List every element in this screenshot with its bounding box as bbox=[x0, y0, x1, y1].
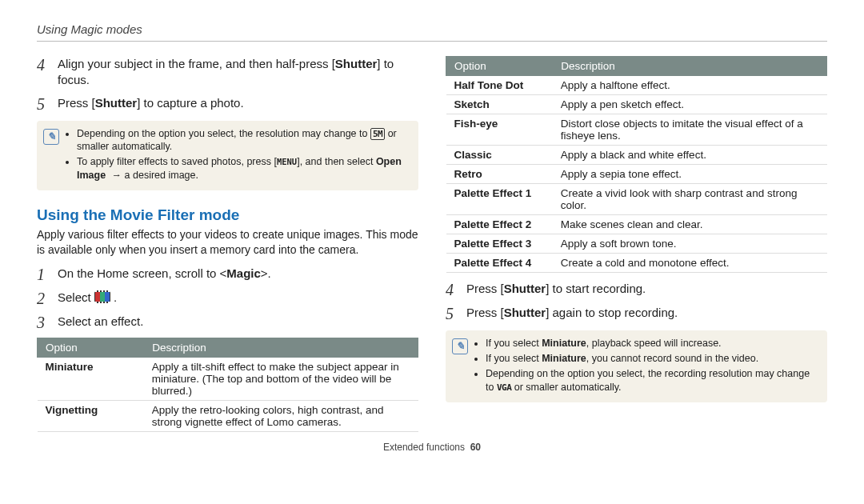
desc-cell: Create a cold and monotone effect. bbox=[553, 254, 827, 273]
page-header: Using Magic modes bbox=[37, 22, 827, 42]
table-row: Half Tone DotApply a halftone effect. bbox=[446, 76, 827, 95]
note-item: If you select Miniature, playback speed … bbox=[486, 337, 819, 350]
text: On the Home screen, scroll to < bbox=[58, 266, 226, 280]
text: If you select bbox=[486, 338, 542, 349]
desc-cell: Apply a soft brown tone. bbox=[553, 234, 827, 254]
table-header-description: Description bbox=[553, 57, 827, 76]
table-row: Palette Effect 2Make scenes clean and cl… bbox=[446, 215, 827, 234]
table-header-row: Option Description bbox=[38, 338, 418, 357]
desc-cell: Apply a pen sketch effect. bbox=[553, 95, 827, 114]
option-cell: Vignetting bbox=[38, 400, 144, 431]
step-text: Press [Shutter] to capture a photo. bbox=[58, 95, 418, 113]
table-row: SketchApply a pen sketch effect. bbox=[446, 95, 827, 114]
step-2: 2 Select . bbox=[37, 290, 418, 307]
step-number: 2 bbox=[37, 290, 50, 307]
step-4: 4 Align your subject in the frame, and t… bbox=[37, 56, 418, 89]
note-list: If you select Miniature, playback speed … bbox=[474, 337, 819, 396]
text: ] to capture a photo. bbox=[137, 96, 243, 110]
desc-cell: Apply a tilt-shift effect to make the su… bbox=[144, 357, 418, 400]
resolution-vga-icon: VGA bbox=[497, 382, 511, 393]
note-item: Depending on the option you select, the … bbox=[486, 367, 819, 394]
footer-section: Extended functions bbox=[383, 442, 465, 453]
note-item: To apply filter effects to saved photos,… bbox=[77, 155, 410, 182]
table-row: Palette Effect 4Create a cold and monoto… bbox=[446, 254, 827, 273]
text: Select bbox=[58, 290, 94, 304]
step-number: 4 bbox=[446, 281, 458, 298]
content-columns: 4 Align your subject in the frame, and t… bbox=[37, 56, 827, 432]
option-cell: Retro bbox=[446, 165, 553, 184]
right-column: Option Description Half Tone DotApply a … bbox=[446, 56, 827, 432]
note-icon: ✎ bbox=[43, 129, 59, 145]
section-title: Using the Movie Filter mode bbox=[37, 206, 418, 224]
text: If you select bbox=[486, 353, 542, 364]
step-4: 4 Press [Shutter] to start recording. bbox=[446, 281, 827, 298]
step-number: 4 bbox=[37, 56, 50, 89]
note-box-1: ✎ Depending on the option you select, th… bbox=[37, 121, 418, 191]
table-header-option: Option bbox=[38, 338, 144, 357]
option-cell: Palette Effect 1 bbox=[446, 184, 553, 215]
text: , you cannot record sound in the video. bbox=[586, 353, 758, 364]
text: or smaller automatically. bbox=[511, 382, 621, 393]
step-number: 5 bbox=[446, 305, 458, 322]
step-number: 1 bbox=[37, 266, 50, 283]
option-cell: Palette Effect 4 bbox=[446, 254, 553, 273]
text: , playback speed will increase. bbox=[586, 338, 722, 349]
table-row: Palette Effect 1Create a vivid look with… bbox=[446, 184, 827, 215]
text: Press [ bbox=[466, 306, 504, 319]
step-number: 3 bbox=[37, 314, 50, 331]
resolution-5m-icon: 5M bbox=[370, 128, 385, 140]
table-row: RetroApply a sepia tone effect. bbox=[446, 165, 827, 184]
table-row: ClassicApply a black and white effect. bbox=[446, 146, 827, 165]
page-number: 60 bbox=[470, 442, 481, 453]
option-table-right: Option Description Half Tone DotApply a … bbox=[446, 56, 827, 273]
table-row: Fish-eyeDistort close objects to imitate… bbox=[446, 114, 827, 146]
menu-key-icon: MENU bbox=[277, 157, 297, 166]
step-text: On the Home screen, scroll to <Magic>. bbox=[58, 266, 418, 283]
text: >. bbox=[261, 266, 271, 280]
note-item: Depending on the option you select, the … bbox=[77, 127, 410, 154]
desc-cell: Distort close objects to imitate the vis… bbox=[553, 114, 827, 146]
step-1: 1 On the Home screen, scroll to <Magic>. bbox=[37, 266, 418, 283]
note-icon: ✎ bbox=[452, 338, 468, 354]
page: Using Magic modes 4 Align your subject i… bbox=[0, 0, 864, 461]
text: Press [ bbox=[58, 96, 95, 110]
step-3: 3 Select an effect. bbox=[37, 314, 418, 331]
option-cell: Half Tone Dot bbox=[446, 76, 553, 95]
key-shutter: Shutter bbox=[95, 96, 138, 110]
desc-cell: Apply a sepia tone effect. bbox=[553, 165, 827, 184]
table-row: Palette Effect 3Apply a soft brown tone. bbox=[446, 234, 827, 254]
option-cell: Classic bbox=[446, 146, 553, 165]
option-cell: Sketch bbox=[446, 95, 553, 114]
magic-label: Magic bbox=[226, 266, 261, 280]
page-footer: Extended functions 60 bbox=[37, 442, 827, 453]
option-cell: Miniature bbox=[38, 357, 144, 400]
desc-cell: Apply the retro-looking colors, high con… bbox=[144, 400, 418, 431]
desc-cell: Apply a black and white effect. bbox=[553, 146, 827, 165]
note-box-2: ✎ If you select Miniature, playback spee… bbox=[446, 330, 827, 402]
table-header-description: Description bbox=[144, 338, 418, 357]
table-row: Vignetting Apply the retro-looking color… bbox=[38, 400, 418, 431]
desc-cell: Apply a halftone effect. bbox=[553, 76, 827, 95]
miniature-label: Miniature bbox=[542, 353, 586, 364]
desc-cell: Create a vivid look with sharp contrast … bbox=[553, 184, 827, 215]
step-5: 5 Press [Shutter] to capture a photo. bbox=[37, 95, 418, 113]
desc-cell: Make scenes clean and clear. bbox=[553, 215, 827, 234]
option-table-left: Option Description Miniature Apply a til… bbox=[37, 338, 418, 432]
text: ] to start recording. bbox=[546, 282, 646, 295]
key-shutter: Shutter bbox=[504, 306, 546, 319]
option-cell: Fish-eye bbox=[446, 114, 553, 146]
step-number: 5 bbox=[37, 95, 50, 113]
note-list: Depending on the option you select, the … bbox=[66, 127, 410, 185]
text: Align your subject in the frame, and the… bbox=[58, 57, 335, 70]
miniature-label: Miniature bbox=[542, 338, 586, 349]
text: ], and then select bbox=[297, 156, 376, 167]
section-intro: Apply various filter effects to your vid… bbox=[37, 227, 418, 258]
key-shutter: Shutter bbox=[504, 282, 546, 295]
step-text: Select . bbox=[58, 290, 418, 307]
movie-filter-icon bbox=[94, 291, 110, 302]
step-text: Press [Shutter] again to stop recording. bbox=[466, 305, 827, 322]
table-row: Miniature Apply a tilt-shift effect to m… bbox=[38, 357, 418, 400]
left-column: 4 Align your subject in the frame, and t… bbox=[37, 56, 418, 432]
step-text: Press [Shutter] to start recording. bbox=[466, 281, 827, 298]
table-header-row: Option Description bbox=[446, 57, 827, 76]
